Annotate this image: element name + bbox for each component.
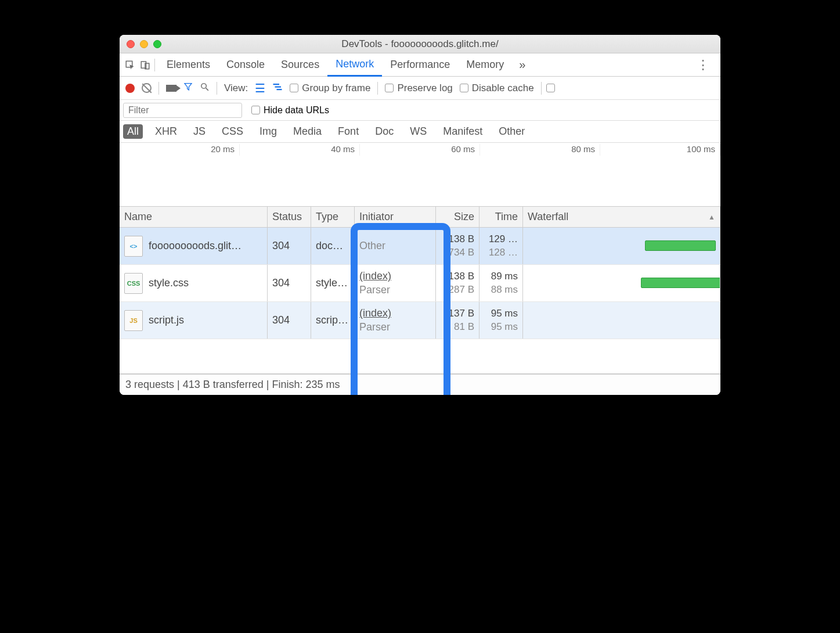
tab-console[interactable]: Console bbox=[218, 53, 273, 77]
request-type: doc… bbox=[311, 228, 355, 264]
separator bbox=[217, 82, 217, 95]
tab-sources[interactable]: Sources bbox=[273, 53, 327, 77]
hide-data-urls-checkbox[interactable]: Hide data URLs bbox=[251, 105, 329, 116]
filter-bar: Hide data URLs bbox=[120, 100, 720, 121]
screenshot-icon[interactable] bbox=[166, 85, 176, 92]
waterfall-bar bbox=[645, 240, 716, 251]
col-type[interactable]: Type bbox=[311, 207, 355, 227]
type-filters: AllXHRJSCSSImgMediaFontDocWSManifestOthe… bbox=[120, 121, 720, 143]
type-filter-js[interactable]: JS bbox=[189, 124, 210, 139]
titlebar: DevTools - fooooooooods.glitch.me/ bbox=[120, 35, 720, 53]
size-resource: 734 B bbox=[449, 246, 474, 259]
waterfall-view-icon[interactable] bbox=[272, 81, 283, 95]
request-type: scrip… bbox=[311, 302, 355, 339]
separator bbox=[377, 82, 378, 95]
group-by-frame-checkbox[interactable]: Group by frame bbox=[290, 82, 370, 94]
status-summary: 3 requests | 413 B transferred | Finish:… bbox=[125, 379, 340, 391]
initiator-link[interactable]: (index) bbox=[359, 269, 391, 283]
table-empty-area bbox=[120, 339, 720, 374]
type-filter-media[interactable]: Media bbox=[289, 124, 326, 139]
view-label: View: bbox=[224, 82, 248, 94]
type-filter-other[interactable]: Other bbox=[495, 124, 529, 139]
col-waterfall[interactable]: Waterfall▲ bbox=[523, 207, 720, 227]
size-transferred: 138 B bbox=[449, 270, 474, 283]
time-total: 89 ms bbox=[491, 270, 518, 283]
separator bbox=[541, 82, 542, 95]
timeline-tick: 80 ms bbox=[480, 144, 600, 156]
type-filter-ws[interactable]: WS bbox=[406, 124, 431, 139]
more-menu-icon[interactable]: ⋮ bbox=[691, 57, 716, 73]
offline-checkbox[interactable] bbox=[546, 84, 555, 92]
tab-elements[interactable]: Elements bbox=[158, 53, 218, 77]
type-filter-doc[interactable]: Doc bbox=[371, 124, 398, 139]
request-type: style… bbox=[311, 265, 355, 301]
separator bbox=[158, 82, 159, 95]
filter-input[interactable] bbox=[123, 103, 242, 118]
time-latency: 128 … bbox=[489, 246, 518, 259]
separator bbox=[154, 59, 155, 71]
type-filter-xhr[interactable]: XHR bbox=[151, 124, 181, 139]
sort-indicator-icon: ▲ bbox=[708, 213, 715, 221]
type-filter-font[interactable]: Font bbox=[334, 124, 363, 139]
inspect-element-icon[interactable] bbox=[124, 59, 136, 71]
time-total: 129 … bbox=[489, 233, 518, 246]
preserve-log-checkbox[interactable]: Preserve log bbox=[385, 82, 452, 94]
clear-button[interactable] bbox=[142, 83, 152, 93]
waterfall-cell bbox=[523, 228, 720, 264]
tab-memory[interactable]: Memory bbox=[458, 53, 512, 77]
panel-tabbar: ElementsConsoleSourcesNetworkPerformance… bbox=[120, 53, 720, 77]
tabs-overflow-icon[interactable]: » bbox=[519, 58, 525, 71]
window-title: DevTools - fooooooooods.glitch.me/ bbox=[120, 38, 720, 50]
timeline-tick: 60 ms bbox=[360, 144, 480, 156]
request-status: 304 bbox=[268, 265, 311, 301]
svg-rect-6 bbox=[275, 87, 282, 88]
disable-cache-checkbox[interactable]: Disable cache bbox=[460, 82, 534, 94]
col-time[interactable]: Time bbox=[480, 207, 523, 227]
request-name: fooooooooods.glit… bbox=[149, 240, 241, 252]
requests-table-header: Name Status Type Initiator Size Time Wat… bbox=[120, 207, 720, 228]
request-status: 304 bbox=[268, 228, 311, 264]
col-status[interactable]: Status bbox=[268, 207, 311, 227]
network-toolbar: View: ☰ Group by frame Preserve log Disa… bbox=[120, 77, 720, 100]
request-row[interactable]: CSSstyle.css304style…(index)Parser138 B2… bbox=[120, 265, 720, 302]
type-filter-all[interactable]: All bbox=[123, 124, 143, 139]
requests-table-body: <>fooooooooods.glit…304doc…Other138 B734… bbox=[120, 228, 720, 339]
initiator-text: Other bbox=[359, 239, 385, 253]
search-icon[interactable] bbox=[200, 82, 210, 95]
svg-line-4 bbox=[206, 88, 208, 90]
request-status: 304 bbox=[268, 302, 311, 339]
file-type-icon: JS bbox=[124, 310, 143, 331]
size-transferred: 138 B bbox=[449, 233, 474, 246]
filter-toggle-icon[interactable] bbox=[183, 82, 193, 94]
type-filter-css[interactable]: CSS bbox=[218, 124, 247, 139]
time-total: 95 ms bbox=[491, 307, 518, 320]
timeline-overview[interactable]: 20 ms40 ms60 ms80 ms100 ms bbox=[120, 143, 720, 207]
col-size[interactable]: Size bbox=[436, 207, 480, 227]
type-filter-manifest[interactable]: Manifest bbox=[439, 124, 486, 139]
col-initiator[interactable]: Initiator bbox=[355, 207, 436, 227]
col-name[interactable]: Name bbox=[120, 207, 268, 227]
request-name: style.css bbox=[149, 277, 189, 289]
waterfall-bar bbox=[641, 278, 720, 288]
request-row[interactable]: JSscript.js304scrip…(index)Parser137 B81… bbox=[120, 302, 720, 339]
tab-performance[interactable]: Performance bbox=[382, 53, 458, 77]
devtools-window: DevTools - fooooooooods.glitch.me/ Eleme… bbox=[120, 35, 720, 395]
time-latency: 88 ms bbox=[491, 283, 518, 296]
svg-rect-5 bbox=[273, 84, 280, 85]
initiator-link[interactable]: (index) bbox=[359, 307, 391, 320]
size-transferred: 137 B bbox=[449, 307, 474, 320]
request-name: script.js bbox=[149, 314, 184, 326]
svg-rect-7 bbox=[277, 89, 282, 90]
device-toggle-icon[interactable] bbox=[139, 59, 151, 71]
type-filter-img[interactable]: Img bbox=[255, 124, 281, 139]
file-type-icon: CSS bbox=[124, 273, 143, 294]
waterfall-cell bbox=[523, 265, 720, 301]
large-rows-icon[interactable]: ☰ bbox=[255, 81, 265, 95]
record-button[interactable] bbox=[125, 84, 135, 93]
waterfall-cell bbox=[523, 302, 720, 339]
initiator-sub: Parser bbox=[359, 283, 391, 297]
svg-point-3 bbox=[201, 83, 207, 88]
time-latency: 95 ms bbox=[491, 321, 518, 333]
tab-network[interactable]: Network bbox=[327, 53, 382, 77]
request-row[interactable]: <>fooooooooods.glit…304doc…Other138 B734… bbox=[120, 228, 720, 265]
